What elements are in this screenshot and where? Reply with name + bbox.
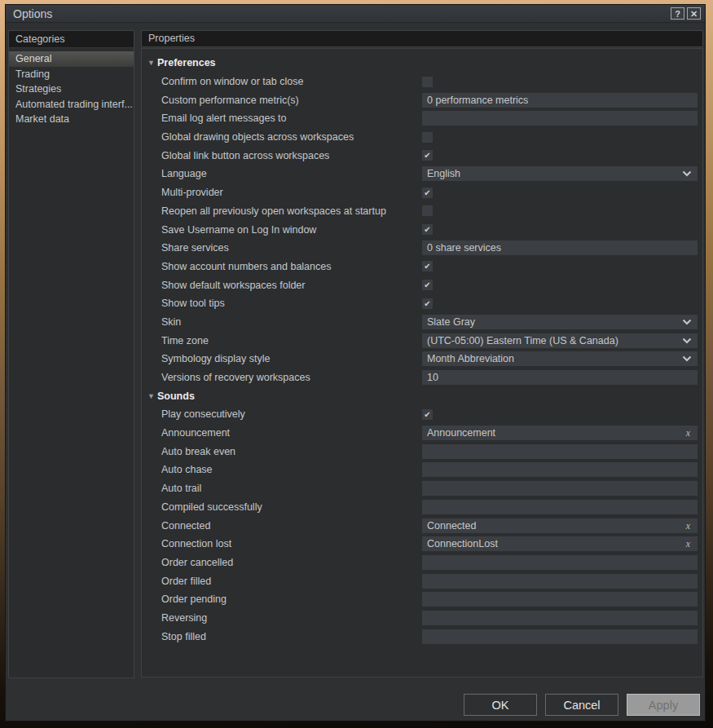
property-row: LanguageEnglish [142,165,702,183]
text-value: 10 [427,370,693,385]
checkbox[interactable]: ✔ [422,150,433,161]
sound-field[interactable] [422,555,698,570]
section-collapse-icon[interactable]: ▼ [147,59,157,67]
properties-rows: ▼PreferencesConfirm on window or tab clo… [142,49,702,646]
properties-panel: ▼PreferencesConfirm on window or tab clo… [141,48,703,677]
categories-list: GeneralTradingStrategiesAutomated tradin… [9,48,134,677]
property-label: Auto break even [161,446,422,457]
sound-field[interactable] [422,500,698,514]
text-field[interactable]: 0 performance metrics [422,93,698,108]
property-value [422,77,698,87]
property-row: Show tool tips✔ [142,294,702,313]
clear-x-icon[interactable]: x [686,536,690,551]
category-item-automated-trading-interf[interactable]: Automated trading interf... [9,97,134,113]
ok-button[interactable]: OK [464,694,537,716]
sound-field[interactable] [422,462,698,477]
categories-panel: Categories GeneralTradingStrategiesAutom… [8,30,134,678]
property-label: Email log alert messages to [161,113,422,124]
sound-field[interactable] [422,444,698,459]
text-value: 0 share services [427,240,693,255]
section-collapse-icon[interactable]: ▼ [147,392,157,400]
section-header[interactable]: ▼Sounds [142,386,702,405]
property-row: Time zone(UTC-05:00) Eastern Time (US & … [142,331,702,350]
close-icon[interactable]: ✕ [687,7,701,20]
property-row: Order filled [142,571,702,590]
window-title: Options [6,7,671,20]
sound-field[interactable]: Connectedx [422,518,698,533]
text-field[interactable]: 10 [422,370,698,385]
property-value [422,555,698,570]
property-row: Global link button across workspaces✔ [142,146,702,165]
checkbox[interactable]: ✔ [422,188,433,198]
checkbox[interactable]: ✔ [422,409,433,420]
property-row: ConnectedConnectedx [142,516,702,535]
text-field[interactable]: 0 share services [422,240,698,255]
property-label: Reopen all previously open workspaces at… [161,205,422,217]
property-row: Symbology display styleMonth Abbreviatio… [142,350,702,368]
property-value [422,629,698,644]
text-field[interactable] [422,111,698,126]
property-row: Custom performance metric(s)0 performanc… [142,90,702,109]
property-row: Play consecutively✔ [142,405,702,424]
property-value: (UTC-05:00) Eastern Time (US & Canada) [422,333,698,348]
section-header[interactable]: ▼Preferences [142,54,702,73]
property-label: Global drawing objects across workspaces [161,131,422,143]
property-row: Reopen all previously open workspaces at… [142,202,702,221]
checkbox[interactable]: ✔ [422,280,433,290]
property-label: Order pending [161,593,422,605]
category-item-trading[interactable]: Trading [9,67,134,82]
clear-x-icon[interactable]: x [686,426,690,440]
checkbox[interactable]: ✔ [422,298,433,309]
dropdown-field[interactable]: Month Abbreviation [422,351,698,366]
property-value [422,574,698,589]
property-label: Show account numbers and balances [161,261,422,272]
checkbox[interactable] [422,205,433,216]
sound-field[interactable] [422,592,698,607]
property-label: Auto trail [161,483,422,494]
property-row: Save Username on Log In window✔ [142,220,702,239]
dropdown-value: Month Abbreviation [427,351,682,366]
property-row: Stop filled [142,627,702,646]
titlebar[interactable]: Options ? ✕ [6,5,705,23]
properties-header: Properties [141,30,703,47]
dropdown-field[interactable]: (UTC-05:00) Eastern Time (US & Canada) [422,333,698,348]
property-value: ✔ [422,224,698,235]
category-item-strategies[interactable]: Strategies [9,82,134,97]
chevron-down-icon [682,170,692,177]
property-row: Auto trail [142,479,702,498]
cancel-button[interactable]: Cancel [545,694,618,716]
checkbox[interactable]: ✔ [422,261,433,271]
categories-header: Categories [9,31,134,48]
sound-field[interactable] [422,574,698,589]
checkbox[interactable] [422,77,433,87]
sound-field[interactable] [422,611,698,625]
sound-value: Connected [427,518,686,533]
category-item-market-data[interactable]: Market data [9,112,134,127]
property-label: Stop filled [161,631,422,642]
checkbox[interactable] [422,132,433,143]
dropdown-field[interactable]: Slate Gray [422,315,698,329]
category-item-general[interactable]: General [9,51,134,67]
property-value: ✔ [422,298,698,309]
clear-x-icon[interactable]: x [686,518,690,533]
property-label: Save Username on Log In window [161,224,422,236]
property-value: ConnectionLostx [422,536,698,551]
sound-field[interactable]: ConnectionLostx [422,536,698,551]
help-icon[interactable]: ? [671,7,684,20]
chevron-down-icon [682,319,692,325]
sound-field[interactable]: Announcementx [422,426,698,440]
property-value [422,462,698,477]
property-row: Compiled successfully [142,498,702,517]
checkbox[interactable]: ✔ [422,224,433,235]
apply-button[interactable]: Apply [627,694,700,716]
sound-field[interactable] [422,629,698,644]
sound-field[interactable] [422,481,698,496]
chevron-down-icon [682,355,692,362]
property-value: 0 share services [422,240,698,255]
property-value [422,481,698,496]
property-value: Month Abbreviation [422,351,698,366]
dropdown-field[interactable]: English [422,166,698,181]
dropdown-value: Slate Gray [427,315,682,329]
property-row: Multi-provider✔ [142,183,702,202]
property-value: 10 [422,370,698,385]
